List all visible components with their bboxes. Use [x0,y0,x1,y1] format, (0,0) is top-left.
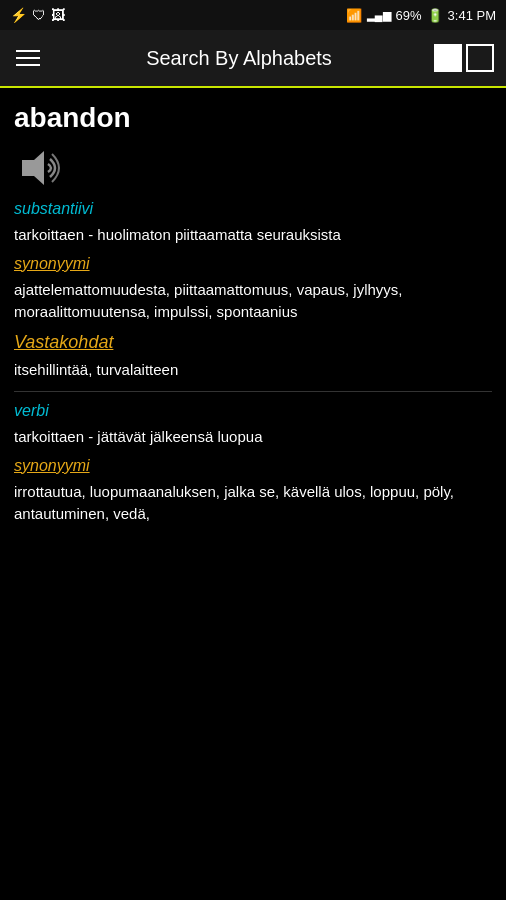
verb-label: verbi [14,402,492,420]
hamburger-line-2 [16,57,40,59]
speaker-button[interactable] [14,146,492,190]
grid-view-button[interactable] [466,44,494,72]
antonyms: itsehillintää, turvalaitteen [14,359,492,382]
image-icon: 🖼 [51,7,65,23]
hamburger-line-3 [16,64,40,66]
view-toggles [434,44,494,72]
menu-button[interactable] [12,46,44,70]
app-bar: Search By Alphabets [0,30,506,88]
usb-icon: ⚡ [10,7,27,23]
battery-percent: 69% [396,8,422,23]
noun-definition: tarkoittaen - huolimaton piittaamatta se… [14,224,492,247]
antonym-label[interactable]: Vastakohdat [14,332,492,353]
noun-synonym-label[interactable]: synonyymi [14,255,492,273]
section-divider [14,391,492,392]
wifi-icon: 📶 [346,8,362,23]
noun-label: substantiivi [14,200,492,218]
hamburger-line-1 [16,50,40,52]
status-left-icons: ⚡ 🛡 🖼 [10,7,65,23]
list-view-button[interactable] [434,44,462,72]
main-content: abandon substantiivi tarkoittaen - huoli… [0,88,506,900]
battery-icon: 🔋 [427,8,443,23]
status-right-icons: 📶 ▂▄▆ 69% 🔋 3:41 PM [346,8,496,23]
verb-synonyms: irrottautua, luopumaanaluksen, jalka se,… [14,481,492,526]
shield-icon: 🛡 [32,7,46,23]
time: 3:41 PM [448,8,496,23]
verb-definition: tarkoittaen - jättävät jälkeensä luopua [14,426,492,449]
noun-synonyms: ajattelemattomuudesta, piittaamattomuus,… [14,279,492,324]
speaker-icon [14,146,68,190]
app-title: Search By Alphabets [60,47,418,70]
signal-bars: ▂▄▆ [367,9,391,22]
status-bar: ⚡ 🛡 🖼 📶 ▂▄▆ 69% 🔋 3:41 PM [0,0,506,30]
svg-marker-0 [22,151,44,185]
word-title: abandon [14,102,492,134]
verb-synonym-label[interactable]: synonyymi [14,457,492,475]
